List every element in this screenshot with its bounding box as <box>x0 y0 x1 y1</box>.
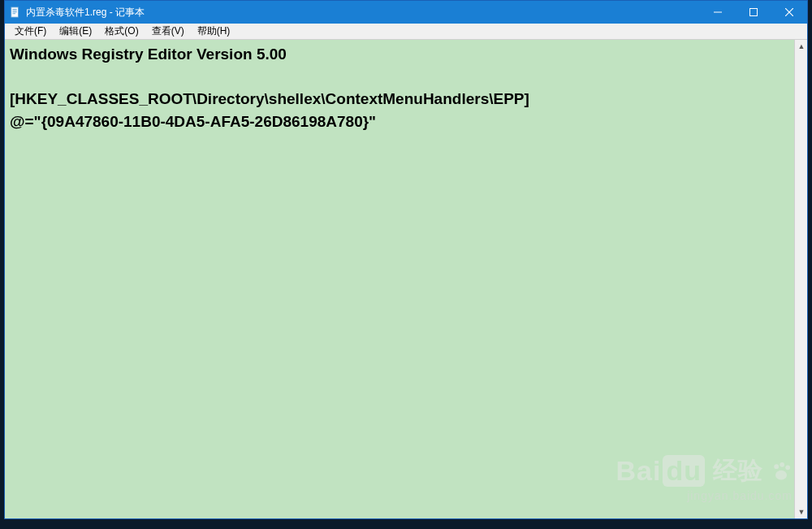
svg-rect-6 <box>750 9 758 16</box>
menu-view[interactable]: 查看(V) <box>145 23 191 40</box>
maximize-button[interactable] <box>736 1 771 24</box>
menubar: 文件(F) 编辑(E) 格式(O) 查看(V) 帮助(H) <box>5 24 807 40</box>
scroll-down-arrow[interactable]: ▼ <box>795 505 807 518</box>
menu-help[interactable]: 帮助(H) <box>191 23 237 40</box>
window-title: 内置杀毒软件1.reg - 记事本 <box>26 6 700 20</box>
menu-edit[interactable]: 编辑(E) <box>53 23 98 40</box>
minimize-button[interactable] <box>700 1 736 24</box>
vertical-scrollbar[interactable]: ▲ ▼ <box>794 40 807 518</box>
close-button[interactable] <box>771 1 807 24</box>
window-controls <box>700 1 807 24</box>
menu-file[interactable]: 文件(F) <box>8 23 53 40</box>
notepad-icon <box>10 7 21 18</box>
scroll-up-arrow[interactable]: ▲ <box>795 40 807 53</box>
editor-area: Windows Registry Editor Version 5.00 [HK… <box>5 40 807 518</box>
notepad-window: 内置杀毒软件1.reg - 记事本 文件(F) 编辑(E) 格式(O) 查看(V… <box>4 0 808 519</box>
titlebar[interactable]: 内置杀毒软件1.reg - 记事本 <box>5 1 807 24</box>
text-editor[interactable]: Windows Registry Editor Version 5.00 [HK… <box>10 43 802 515</box>
menu-format[interactable]: 格式(O) <box>98 23 145 40</box>
